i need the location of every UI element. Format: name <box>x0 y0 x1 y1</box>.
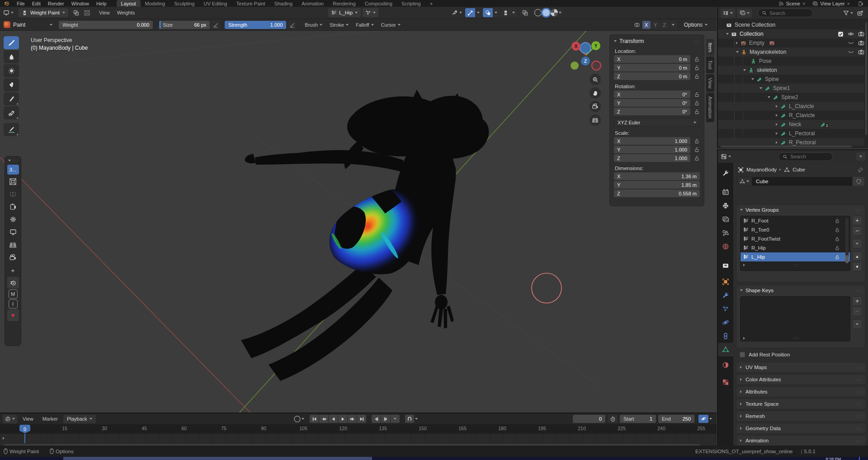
falloff-selector[interactable] <box>363 8 378 17</box>
lock-icon[interactable] <box>835 236 840 242</box>
scale-x-field[interactable]: X1.000 <box>614 137 690 145</box>
vgroup-row-r-hip[interactable]: R_Hip <box>741 243 850 252</box>
m-tab-icon[interactable]: M <box>9 289 18 299</box>
autokey-dropdown[interactable] <box>302 418 304 420</box>
menu-help[interactable]: Help <box>93 0 110 7</box>
workspace-tab-layout[interactable]: Layout <box>117 0 141 7</box>
menu-stroke[interactable]: Stroke <box>326 19 352 30</box>
menu-view[interactable]: View <box>95 7 113 19</box>
outliner-row-spine2[interactable]: Spine2 <box>718 93 864 102</box>
tab-object-data[interactable] <box>718 343 733 356</box>
new-collection-button[interactable] <box>855 9 865 18</box>
add-workspace-button[interactable]: + <box>425 0 437 7</box>
list-expand-arrow[interactable] <box>743 264 745 266</box>
tool-average[interactable] <box>4 64 19 77</box>
panel-remesh[interactable]: Remesh:::: <box>736 411 866 422</box>
lock-icon[interactable] <box>694 73 700 79</box>
vgroup-move-down-button[interactable]: ▼ <box>852 262 862 271</box>
panel-color-attributes[interactable]: Color Attributes:::: <box>736 374 866 385</box>
vertex-mask-toggle[interactable] <box>82 8 92 17</box>
outliner-row-empty[interactable]: Empty <box>718 38 864 47</box>
frame-end-field[interactable]: End250 <box>658 415 694 423</box>
shading-wireframe-button[interactable] <box>534 9 542 16</box>
workspace-tab-uv-editing[interactable]: UV Editing <box>199 0 231 7</box>
lock-icon[interactable] <box>694 109 700 114</box>
location-y-field[interactable]: Y0 m <box>614 64 690 71</box>
tab-texture[interactable] <box>718 375 733 389</box>
sidebar-tab-tool[interactable]: Tool <box>706 57 714 73</box>
transform-panel-title[interactable]: Transform <box>619 38 644 44</box>
vgroup-remove-button[interactable]: − <box>852 226 862 236</box>
properties-options-dropdown[interactable] <box>856 152 865 161</box>
strength-slider[interactable]: Strength1.000 <box>225 21 286 29</box>
add-button[interactable]: + <box>7 264 19 276</box>
outliner-row-skeleton[interactable]: skeleton <box>718 66 864 75</box>
jump-to-end-button[interactable] <box>357 415 366 423</box>
blender-logo-icon[interactable] <box>0 0 13 7</box>
frame-back-button[interactable] <box>372 415 381 423</box>
vgroup-row-r-foot[interactable]: R_Foot <box>741 216 850 225</box>
panel-texture-space[interactable]: Texture Space:::: <box>736 398 866 409</box>
dimensions-x-field[interactable]: X1.36 m <box>614 172 700 180</box>
grid-icon[interactable] <box>7 239 19 251</box>
list-expand-arrow[interactable] <box>743 337 745 340</box>
vgroup-move-up-button[interactable]: ▲ <box>852 251 862 261</box>
timeline-track-area[interactable] <box>0 434 717 443</box>
jump-to-start-button[interactable] <box>310 415 319 423</box>
timeline-ruler[interactable]: 15 30 45 60 75 90 105 120 135 150 165 18… <box>0 424 717 434</box>
play-reverse-button[interactable] <box>329 415 338 423</box>
blender-icon[interactable] <box>7 277 19 289</box>
lock-icon[interactable] <box>694 100 700 106</box>
track-expander[interactable] <box>3 437 5 440</box>
rotation-x-field[interactable]: X0° <box>614 90 690 98</box>
outliner-search-input[interactable]: Search <box>758 9 813 17</box>
properties-search-input[interactable]: Search <box>778 152 833 161</box>
snap-dropdown[interactable] <box>415 418 418 420</box>
menu-render[interactable]: Render <box>44 0 68 7</box>
gizmo-dropdown[interactable] <box>475 8 481 17</box>
viewport-3d[interactable]: User Perspective (0) MayanoBody | Cube :… <box>0 31 717 413</box>
render-visibility-icon[interactable] <box>858 31 864 37</box>
tab-output[interactable] <box>718 199 733 213</box>
mesh-name-field[interactable]: Cube <box>752 177 853 186</box>
dimensions-z-field[interactable]: Z0.558 m <box>614 190 700 197</box>
clipboard-icon[interactable] <box>7 201 19 213</box>
brush-selector[interactable]: Paint <box>0 21 56 28</box>
tab-physics[interactable] <box>718 316 733 329</box>
outliner-row-r-clavicle[interactable]: R_Clavicle <box>718 111 864 120</box>
pin-icon[interactable] <box>858 167 863 173</box>
current-frame-field[interactable]: 0 <box>573 415 605 423</box>
mirror-y-toggle[interactable]: Y <box>651 21 660 29</box>
menu-falloff[interactable]: Falloff <box>352 19 377 30</box>
shading-dropdown[interactable] <box>559 12 561 14</box>
paint-mask-toggle[interactable] <box>71 8 81 17</box>
tab-render[interactable] <box>718 185 733 199</box>
i-tab-icon[interactable]: I <box>9 299 18 308</box>
hide-eye-icon[interactable] <box>848 31 854 37</box>
render-visibility-icon[interactable] <box>858 49 864 55</box>
symmetry-butterfly-icon[interactable] <box>7 188 19 200</box>
auto-keyframe-stopwatch[interactable] <box>608 415 618 423</box>
outliner-row-neck[interactable]: Neck 3 <box>718 120 864 129</box>
outliner-v-scrollbar[interactable] <box>865 22 867 135</box>
panel-animation[interactable]: Animation:::: <box>736 435 866 446</box>
mesh-id-dropdown[interactable] <box>737 177 752 186</box>
add-rest-checkbox[interactable] <box>740 352 745 357</box>
tab-particles[interactable] <box>718 302 733 316</box>
outliner-filter-button[interactable] <box>843 10 853 16</box>
sync-dropdown[interactable] <box>709 418 712 420</box>
panel-tab-3d[interactable]: 3... <box>7 165 19 175</box>
sync-playback-toggle[interactable] <box>698 415 708 423</box>
location-z-field[interactable]: Z0 m <box>614 72 690 80</box>
outliner-row-mayanokeleton[interactable]: Mayanokeleton <box>718 47 864 57</box>
pan-button[interactable] <box>590 87 601 99</box>
lock-icon[interactable] <box>835 218 840 223</box>
tool-gradient[interactable] <box>4 92 19 105</box>
workspace-tab-shading[interactable]: Shading <box>270 0 297 7</box>
lock-icon[interactable] <box>694 138 700 144</box>
shapekey-remove-button[interactable]: − <box>852 307 862 316</box>
vgroup-row-r-toe0[interactable]: R_Toe0 <box>741 225 850 234</box>
sidebar-tab-animation[interactable]: Animation <box>706 93 714 122</box>
autokey-record-button[interactable] <box>294 416 301 422</box>
overlays-dropdown[interactable] <box>493 8 499 17</box>
